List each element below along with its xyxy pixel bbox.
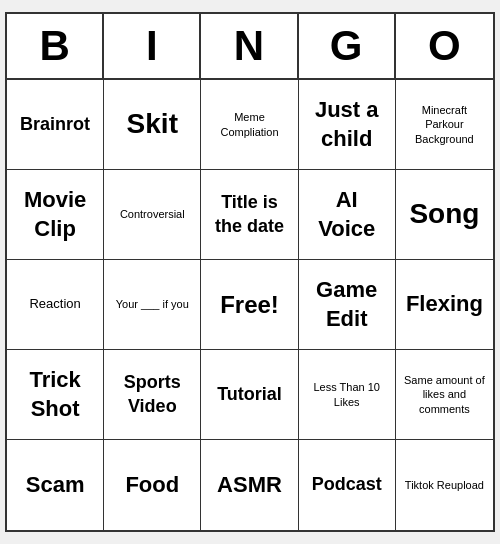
bingo-letter-n: N	[201, 14, 298, 78]
bingo-letter-g: G	[299, 14, 396, 78]
bingo-letter-b: B	[7, 14, 104, 78]
cell-text-1: Skit	[127, 106, 178, 142]
bingo-cell-11: Your ___ if you	[104, 260, 201, 350]
bingo-cell-18: Less Than 10 Likes	[299, 350, 396, 440]
cell-text-2: Meme Compliation	[207, 110, 291, 139]
bingo-card: BINGO BrainrotSkitMeme CompliationJust a…	[5, 12, 495, 532]
cell-text-9: Song	[409, 196, 479, 232]
bingo-cell-16: Sports Video	[104, 350, 201, 440]
cell-text-15: Trick Shot	[13, 366, 97, 423]
cell-text-13: Game Edit	[305, 276, 389, 333]
cell-text-22: ASMR	[217, 471, 282, 500]
cell-text-6: Controversial	[120, 207, 185, 221]
bingo-cell-24: Tiktok Reupload	[396, 440, 493, 530]
bingo-grid: BrainrotSkitMeme CompliationJust a child…	[7, 80, 493, 530]
bingo-cell-15: Trick Shot	[7, 350, 104, 440]
bingo-cell-6: Controversial	[104, 170, 201, 260]
cell-text-7: Title is the date	[207, 191, 291, 238]
cell-text-21: Food	[125, 471, 179, 500]
cell-text-23: Podcast	[312, 473, 382, 496]
bingo-cell-0: Brainrot	[7, 80, 104, 170]
bingo-cell-10: Reaction	[7, 260, 104, 350]
bingo-cell-4: Minecraft Parkour Background	[396, 80, 493, 170]
cell-text-12: Free!	[220, 289, 279, 320]
bingo-cell-19: Same amount of likes and comments	[396, 350, 493, 440]
cell-text-24: Tiktok Reupload	[405, 478, 484, 492]
bingo-letter-o: O	[396, 14, 493, 78]
bingo-cell-21: Food	[104, 440, 201, 530]
bingo-cell-22: ASMR	[201, 440, 298, 530]
cell-text-14: Flexing	[406, 290, 483, 319]
cell-text-11: Your ___ if you	[116, 297, 189, 311]
cell-text-4: Minecraft Parkour Background	[402, 103, 487, 146]
cell-text-8: AI Voice	[305, 186, 389, 243]
cell-text-5: Movie Clip	[13, 186, 97, 243]
bingo-cell-23: Podcast	[299, 440, 396, 530]
bingo-cell-13: Game Edit	[299, 260, 396, 350]
bingo-cell-2: Meme Compliation	[201, 80, 298, 170]
bingo-cell-7: Title is the date	[201, 170, 298, 260]
bingo-cell-5: Movie Clip	[7, 170, 104, 260]
bingo-header: BINGO	[7, 14, 493, 80]
bingo-cell-9: Song	[396, 170, 493, 260]
bingo-cell-14: Flexing	[396, 260, 493, 350]
bingo-cell-12: Free!	[201, 260, 298, 350]
cell-text-18: Less Than 10 Likes	[305, 380, 389, 409]
cell-text-10: Reaction	[29, 296, 80, 313]
cell-text-20: Scam	[26, 471, 85, 500]
cell-text-0: Brainrot	[20, 113, 90, 136]
cell-text-3: Just a child	[305, 96, 389, 153]
cell-text-16: Sports Video	[110, 371, 194, 418]
bingo-letter-i: I	[104, 14, 201, 78]
cell-text-17: Tutorial	[217, 383, 282, 406]
cell-text-19: Same amount of likes and comments	[402, 373, 487, 416]
bingo-cell-1: Skit	[104, 80, 201, 170]
bingo-cell-3: Just a child	[299, 80, 396, 170]
bingo-cell-8: AI Voice	[299, 170, 396, 260]
bingo-cell-20: Scam	[7, 440, 104, 530]
bingo-cell-17: Tutorial	[201, 350, 298, 440]
